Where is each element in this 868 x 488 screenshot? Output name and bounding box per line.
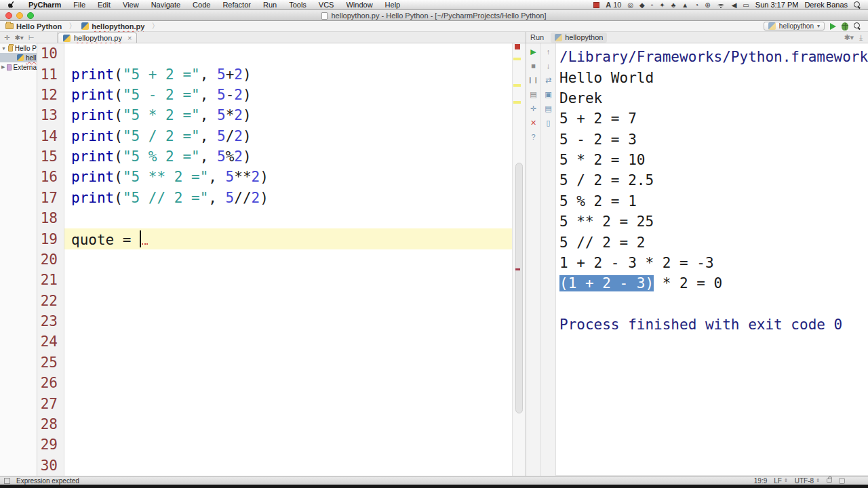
project-panel[interactable]: ▼Hello Phell▶Externa bbox=[0, 43, 37, 476]
editor-line-17[interactable]: 17print("5 // 2 =", 5//2) bbox=[37, 188, 512, 208]
editor-line-13[interactable]: 13print("5 * 2 =", 5*2) bbox=[37, 105, 512, 125]
editor-line-12[interactable]: 12print("5 - 2 =", 5-2) bbox=[37, 85, 512, 105]
screen-recorder-icon[interactable] bbox=[593, 2, 599, 8]
debug-button[interactable] bbox=[842, 22, 848, 30]
menu-window[interactable]: Window bbox=[340, 1, 378, 9]
up-stack-icon[interactable]: ↑ bbox=[547, 47, 551, 56]
bell-icon[interactable]: ◆ bbox=[639, 0, 645, 10]
code-editor[interactable]: 1011print("5 + 2 =", 5+2)12print("5 - 2 … bbox=[37, 43, 512, 476]
play-triangle-icon[interactable]: ▲ bbox=[682, 0, 688, 10]
menu-help[interactable]: Help bbox=[379, 1, 407, 9]
tree-item-externa[interactable]: ▶Externa bbox=[0, 62, 37, 72]
line-number: 10 bbox=[37, 43, 64, 64]
clear-all-icon[interactable]: ▯ bbox=[546, 119, 550, 127]
run-button[interactable] bbox=[830, 23, 836, 30]
editor-line-27[interactable]: 27 bbox=[37, 393, 512, 413]
pause-icon[interactable]: ❙❙ bbox=[528, 76, 539, 84]
menu-refactor[interactable]: Refactor bbox=[216, 1, 257, 9]
chevron-collapsed-icon[interactable]: ▶ bbox=[1, 64, 5, 70]
menu-user[interactable]: Derek Banas bbox=[804, 1, 848, 9]
pin-icon[interactable]: ✛ bbox=[530, 104, 536, 113]
scroll-to-end-icon[interactable]: ▣ bbox=[545, 90, 551, 98]
run-tab-hellopython[interactable]: hellopython bbox=[551, 33, 607, 43]
tree-item-hello-p[interactable]: ▼Hello P bbox=[0, 43, 37, 53]
down-stack-icon[interactable]: ↓ bbox=[547, 62, 551, 70]
editor-line-14[interactable]: 14print("5 / 2 =", 5/2) bbox=[37, 126, 512, 146]
tool-window-toggle-icon[interactable] bbox=[4, 478, 10, 484]
code-token: print bbox=[71, 148, 114, 165]
console-output[interactable]: /Library/Frameworks/Python.frameworkHell… bbox=[556, 43, 868, 476]
run-configuration-select[interactable]: hellopython ▾ bbox=[764, 22, 825, 30]
help-icon[interactable]: ? bbox=[531, 133, 535, 141]
divider-icon[interactable]: ⊢ bbox=[28, 34, 35, 41]
paw-icon[interactable]: ♣ bbox=[671, 0, 676, 10]
editor-line-24[interactable]: 24 bbox=[37, 331, 512, 352]
notification-count[interactable]: 10 bbox=[613, 0, 621, 10]
tree-item-hell[interactable]: hell bbox=[0, 53, 37, 62]
run-console: ▶■❙❙▤✛✕? ↑↓⇄▣▤▯ /Library/Frameworks/Pyth… bbox=[526, 43, 868, 476]
stop-icon[interactable]: ■ bbox=[531, 62, 536, 70]
user-status-icon[interactable]: ▫ bbox=[651, 0, 654, 10]
editor-line-15[interactable]: 15print("5 % 2 =", 5%2) bbox=[37, 146, 512, 167]
menu-run[interactable]: Run bbox=[257, 1, 283, 9]
editor-line-19[interactable]: 19quote = bbox=[37, 228, 512, 249]
editor-line-16[interactable]: 16print("5 ** 2 =", 5**2) bbox=[37, 167, 512, 187]
editor-line-20[interactable]: 20 bbox=[37, 249, 512, 270]
editor-line-29[interactable]: 29 bbox=[37, 434, 512, 455]
encoding-select[interactable]: UTF-8⇕ bbox=[795, 477, 820, 485]
menu-file[interactable]: File bbox=[67, 1, 92, 9]
alert-circle-icon[interactable]: ◎ bbox=[627, 0, 633, 10]
breadcrumb-project[interactable]: Hello Python〉 bbox=[5, 21, 76, 31]
breadcrumb-file[interactable]: hellopython.py〉 bbox=[81, 21, 159, 31]
close-tab-icon[interactable]: × bbox=[127, 34, 132, 42]
menu-code[interactable]: Code bbox=[186, 1, 216, 9]
lock-icon[interactable] bbox=[827, 479, 832, 483]
editor-line-11[interactable]: 11print("5 + 2 =", 5+2) bbox=[37, 64, 512, 84]
soft-wrap-icon[interactable]: ⇄ bbox=[545, 76, 551, 84]
rerun-icon[interactable]: ▶ bbox=[530, 47, 536, 56]
search-everywhere-icon[interactable] bbox=[854, 22, 861, 30]
editor-scrollbar-thumb[interactable] bbox=[515, 163, 523, 413]
code-token: 5 bbox=[226, 190, 235, 206]
editor-line-30[interactable]: 30 bbox=[37, 455, 512, 476]
print-icon[interactable]: ▤ bbox=[545, 104, 551, 113]
battery-icon[interactable]: ▭ bbox=[743, 0, 749, 10]
wifi-icon[interactable] bbox=[717, 1, 726, 8]
volume-icon[interactable]: ◀ bbox=[732, 0, 737, 10]
spotlight-icon[interactable] bbox=[854, 1, 861, 9]
location-icon[interactable]: ⊕ bbox=[705, 0, 710, 10]
editor-line-10[interactable]: 10 bbox=[37, 43, 512, 64]
editor-line-28[interactable]: 28 bbox=[37, 414, 512, 434]
settings-icon[interactable]: ✱▾ bbox=[14, 34, 23, 41]
collapse-icon[interactable]: ✛ bbox=[4, 34, 9, 41]
editor-line-23[interactable]: 23 bbox=[37, 311, 512, 331]
tab-hellopython[interactable]: hellopython.py × bbox=[58, 33, 137, 43]
hide-icon[interactable]: ⤓ bbox=[859, 33, 863, 42]
caret-position[interactable]: 19:9 bbox=[754, 477, 767, 485]
menu-view[interactable]: View bbox=[117, 1, 145, 9]
settings-icon[interactable]: ✱▾ bbox=[844, 33, 854, 42]
restore-layout-icon[interactable]: ▤ bbox=[530, 90, 536, 98]
console-text: 5 + 2 = 7 bbox=[559, 110, 637, 127]
editor-line-25[interactable]: 25 bbox=[37, 352, 512, 373]
code-token: , bbox=[200, 107, 217, 123]
editor-line-22[interactable]: 22 bbox=[37, 291, 512, 311]
close-icon[interactable]: ✕ bbox=[530, 119, 536, 127]
chevron-expanded-icon[interactable]: ▼ bbox=[1, 46, 6, 51]
menu-tools[interactable]: Tools bbox=[283, 1, 313, 9]
menu-navigate[interactable]: Navigate bbox=[145, 1, 186, 9]
editor-line-18[interactable]: 18 bbox=[37, 208, 512, 228]
editor-line-26[interactable]: 26 bbox=[37, 373, 512, 393]
line-ending-select[interactable]: LF⇕ bbox=[774, 477, 788, 485]
app-a-icon[interactable]: A bbox=[606, 0, 611, 10]
menu-pycharm[interactable]: PyCharm bbox=[22, 1, 67, 9]
highlighting-level-icon[interactable] bbox=[839, 478, 845, 484]
menu-vcs[interactable]: VCS bbox=[313, 1, 340, 9]
clock-icon[interactable]: ◔ bbox=[694, 0, 698, 10]
apple-icon[interactable] bbox=[8, 1, 16, 9]
menu-edit[interactable]: Edit bbox=[92, 1, 117, 9]
dropbox-icon[interactable]: ✦ bbox=[659, 0, 665, 10]
tree-item-label: hell bbox=[26, 54, 37, 62]
menu-clock[interactable]: Sun 3:17 PM bbox=[755, 1, 799, 9]
editor-line-21[interactable]: 21 bbox=[37, 270, 512, 290]
